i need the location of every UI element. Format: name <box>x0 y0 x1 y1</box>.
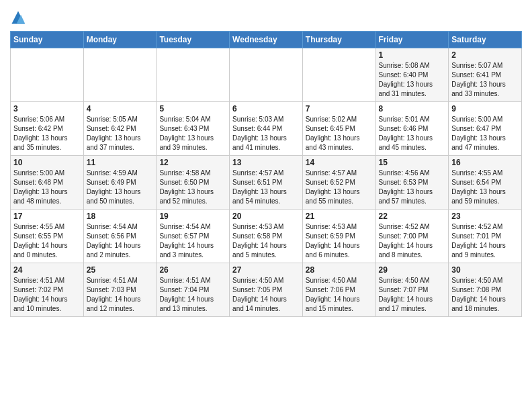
calendar-cell: 5Sunrise: 5:04 AM Sunset: 6:43 PM Daylig… <box>157 102 230 156</box>
calendar-cell: 10Sunrise: 5:00 AM Sunset: 6:48 PM Dayli… <box>11 156 84 210</box>
day-info: Sunrise: 4:51 AM Sunset: 7:04 PM Dayligh… <box>159 276 226 314</box>
col-header-saturday: Saturday <box>449 32 522 48</box>
day-info: Sunrise: 4:55 AM Sunset: 6:54 PM Dayligh… <box>451 169 519 206</box>
calendar-cell: 7Sunrise: 5:02 AM Sunset: 6:45 PM Daylig… <box>302 102 375 156</box>
calendar-cell: 14Sunrise: 4:57 AM Sunset: 6:52 PM Dayli… <box>302 156 375 210</box>
day-info: Sunrise: 5:04 AM Sunset: 6:43 PM Dayligh… <box>159 115 226 152</box>
calendar-cell <box>230 48 303 102</box>
col-header-wednesday: Wednesday <box>230 32 303 48</box>
calendar-week-5: 24Sunrise: 4:51 AM Sunset: 7:02 PM Dayli… <box>11 263 522 317</box>
calendar-cell: 27Sunrise: 4:50 AM Sunset: 7:05 PM Dayli… <box>230 263 303 317</box>
day-number: 16 <box>451 158 519 167</box>
day-info: Sunrise: 4:57 AM Sunset: 6:52 PM Dayligh… <box>306 169 373 206</box>
calendar-week-4: 17Sunrise: 4:55 AM Sunset: 6:55 PM Dayli… <box>11 210 522 263</box>
col-header-thursday: Thursday <box>302 32 375 48</box>
calendar-cell: 15Sunrise: 4:56 AM Sunset: 6:53 PM Dayli… <box>375 156 449 210</box>
calendar-cell: 29Sunrise: 4:50 AM Sunset: 7:07 PM Dayli… <box>375 263 449 317</box>
day-number: 3 <box>13 104 81 113</box>
calendar-cell: 18Sunrise: 4:54 AM Sunset: 6:56 PM Dayli… <box>83 210 157 263</box>
day-number: 5 <box>159 104 226 113</box>
day-number: 18 <box>87 212 154 221</box>
day-number: 29 <box>379 265 446 275</box>
day-number: 30 <box>451 265 519 275</box>
calendar-cell <box>11 48 84 102</box>
day-number: 20 <box>232 212 300 221</box>
col-header-sunday: Sunday <box>11 32 84 48</box>
calendar-week-3: 10Sunrise: 5:00 AM Sunset: 6:48 PM Dayli… <box>11 156 522 210</box>
calendar-cell: 28Sunrise: 4:50 AM Sunset: 7:06 PM Dayli… <box>302 263 375 317</box>
day-info: Sunrise: 4:50 AM Sunset: 7:06 PM Dayligh… <box>306 276 373 314</box>
day-info: Sunrise: 4:50 AM Sunset: 7:08 PM Dayligh… <box>451 276 519 314</box>
day-number: 11 <box>87 158 154 167</box>
day-number: 21 <box>306 212 373 221</box>
day-info: Sunrise: 5:00 AM Sunset: 6:47 PM Dayligh… <box>451 115 519 152</box>
day-info: Sunrise: 5:01 AM Sunset: 6:46 PM Dayligh… <box>379 115 446 152</box>
day-number: 23 <box>451 212 519 221</box>
day-number: 22 <box>379 212 446 221</box>
day-info: Sunrise: 4:54 AM Sunset: 6:56 PM Dayligh… <box>87 222 154 260</box>
day-number: 6 <box>232 104 300 113</box>
calendar-cell <box>83 48 157 102</box>
header <box>10 7 522 26</box>
day-info: Sunrise: 4:52 AM Sunset: 7:01 PM Dayligh… <box>451 222 519 260</box>
calendar-cell <box>302 48 375 102</box>
day-info: Sunrise: 4:52 AM Sunset: 7:00 PM Dayligh… <box>379 222 446 260</box>
calendar-cell: 30Sunrise: 4:50 AM Sunset: 7:08 PM Dayli… <box>449 263 522 317</box>
calendar-cell: 17Sunrise: 4:55 AM Sunset: 6:55 PM Dayli… <box>11 210 84 263</box>
calendar-cell: 11Sunrise: 4:59 AM Sunset: 6:49 PM Dayli… <box>83 156 157 210</box>
day-info: Sunrise: 4:56 AM Sunset: 6:53 PM Dayligh… <box>379 169 446 206</box>
day-number: 12 <box>159 158 226 167</box>
logo-icon <box>10 9 26 26</box>
day-info: Sunrise: 5:00 AM Sunset: 6:48 PM Dayligh… <box>13 169 81 206</box>
col-header-friday: Friday <box>375 32 449 48</box>
day-number: 10 <box>13 158 81 167</box>
day-info: Sunrise: 5:07 AM Sunset: 6:41 PM Dayligh… <box>451 61 519 99</box>
day-info: Sunrise: 4:55 AM Sunset: 6:55 PM Dayligh… <box>13 222 81 260</box>
day-info: Sunrise: 4:51 AM Sunset: 7:03 PM Dayligh… <box>87 276 154 314</box>
calendar-cell <box>157 48 230 102</box>
day-info: Sunrise: 4:54 AM Sunset: 6:57 PM Dayligh… <box>159 222 226 260</box>
day-info: Sunrise: 4:58 AM Sunset: 6:50 PM Dayligh… <box>159 169 226 206</box>
day-info: Sunrise: 4:53 AM Sunset: 6:58 PM Dayligh… <box>232 222 300 260</box>
calendar-header-row: SundayMondayTuesdayWednesdayThursdayFrid… <box>11 32 522 48</box>
day-info: Sunrise: 5:02 AM Sunset: 6:45 PM Dayligh… <box>306 115 373 152</box>
calendar-cell: 9Sunrise: 5:00 AM Sunset: 6:47 PM Daylig… <box>449 102 522 156</box>
day-number: 4 <box>87 104 154 113</box>
calendar-table: SundayMondayTuesdayWednesdayThursdayFrid… <box>10 31 522 317</box>
calendar-cell: 24Sunrise: 4:51 AM Sunset: 7:02 PM Dayli… <box>11 263 84 317</box>
day-info: Sunrise: 4:53 AM Sunset: 6:59 PM Dayligh… <box>306 222 373 260</box>
calendar-cell: 26Sunrise: 4:51 AM Sunset: 7:04 PM Dayli… <box>157 263 230 317</box>
day-info: Sunrise: 5:06 AM Sunset: 6:42 PM Dayligh… <box>13 115 81 152</box>
col-header-monday: Monday <box>83 32 157 48</box>
day-number: 27 <box>232 265 300 275</box>
day-number: 9 <box>451 104 519 113</box>
day-info: Sunrise: 5:05 AM Sunset: 6:42 PM Dayligh… <box>87 115 154 152</box>
day-number: 19 <box>159 212 226 221</box>
calendar-cell: 21Sunrise: 4:53 AM Sunset: 6:59 PM Dayli… <box>302 210 375 263</box>
day-number: 8 <box>379 104 446 113</box>
day-number: 17 <box>13 212 81 221</box>
day-info: Sunrise: 5:03 AM Sunset: 6:44 PM Dayligh… <box>232 115 300 152</box>
day-number: 1 <box>379 50 446 60</box>
calendar-cell: 4Sunrise: 5:05 AM Sunset: 6:42 PM Daylig… <box>83 102 157 156</box>
calendar-week-2: 3Sunrise: 5:06 AM Sunset: 6:42 PM Daylig… <box>11 102 522 156</box>
calendar-cell: 1Sunrise: 5:08 AM Sunset: 6:40 PM Daylig… <box>375 48 449 102</box>
col-header-tuesday: Tuesday <box>157 32 230 48</box>
calendar-cell: 8Sunrise: 5:01 AM Sunset: 6:46 PM Daylig… <box>375 102 449 156</box>
day-info: Sunrise: 4:59 AM Sunset: 6:49 PM Dayligh… <box>87 169 154 206</box>
day-info: Sunrise: 4:50 AM Sunset: 7:07 PM Dayligh… <box>379 276 446 314</box>
logo <box>10 9 29 26</box>
day-info: Sunrise: 4:50 AM Sunset: 7:05 PM Dayligh… <box>232 276 300 314</box>
day-number: 7 <box>306 104 373 113</box>
calendar-cell: 3Sunrise: 5:06 AM Sunset: 6:42 PM Daylig… <box>11 102 84 156</box>
calendar-cell: 20Sunrise: 4:53 AM Sunset: 6:58 PM Dayli… <box>230 210 303 263</box>
day-info: Sunrise: 4:51 AM Sunset: 7:02 PM Dayligh… <box>13 276 81 314</box>
calendar-week-1: 1Sunrise: 5:08 AM Sunset: 6:40 PM Daylig… <box>11 48 522 102</box>
calendar-cell: 19Sunrise: 4:54 AM Sunset: 6:57 PM Dayli… <box>157 210 230 263</box>
calendar-cell: 6Sunrise: 5:03 AM Sunset: 6:44 PM Daylig… <box>230 102 303 156</box>
day-number: 13 <box>232 158 300 167</box>
day-info: Sunrise: 5:08 AM Sunset: 6:40 PM Dayligh… <box>379 61 446 99</box>
day-number: 2 <box>451 50 519 60</box>
day-number: 26 <box>159 265 226 275</box>
calendar-cell: 13Sunrise: 4:57 AM Sunset: 6:51 PM Dayli… <box>230 156 303 210</box>
